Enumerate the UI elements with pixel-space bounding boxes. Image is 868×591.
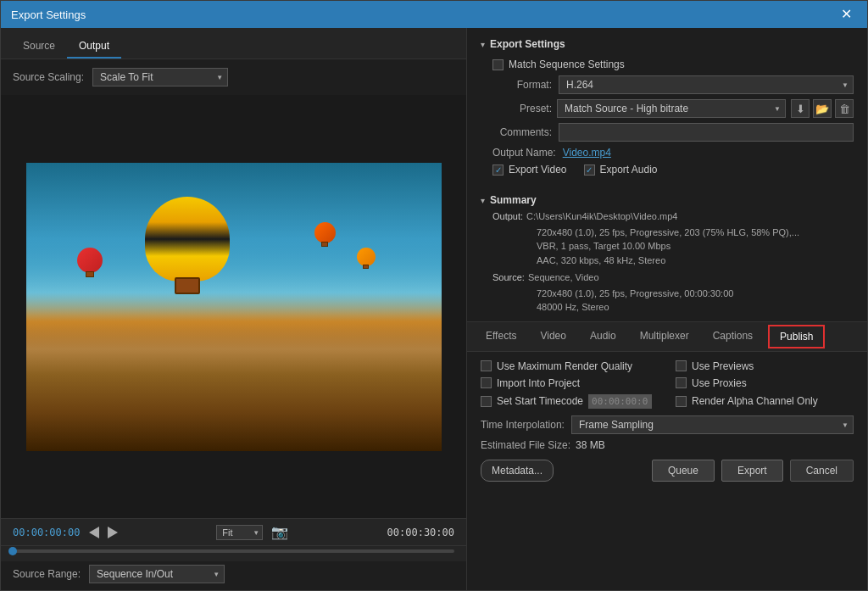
export-audio-label: Export Audio	[600, 164, 658, 176]
tab-audio[interactable]: Audio	[578, 323, 628, 350]
use-previews-wrapper[interactable]: Use Previews	[676, 360, 854, 372]
set-start-timecode-label: Set Start Timecode	[497, 395, 583, 407]
progress-track[interactable]	[13, 549, 454, 553]
balloon-body	[145, 197, 230, 282]
comments-row: Comments:	[481, 123, 854, 142]
preset-label: Preset:	[492, 103, 552, 114]
summary-toggle[interactable]: ▾ Summary	[481, 194, 854, 206]
balloon-small-1	[77, 248, 103, 278]
export-video-label: Export Video	[509, 164, 567, 176]
export-video-checkbox[interactable]	[492, 164, 504, 176]
end-timecode: 00:00:30:00	[387, 527, 454, 538]
preview-area	[1, 95, 466, 518]
save-preset-icon[interactable]: ⬇	[791, 99, 810, 118]
fit-select-wrapper: Fit 25% 50% 75% 100%	[216, 525, 263, 540]
file-size-label: Estimated File Size:	[481, 439, 570, 451]
tab-output[interactable]: Output	[67, 35, 121, 59]
cancel-button[interactable]: Cancel	[790, 460, 854, 482]
play-back-button[interactable]	[89, 527, 99, 538]
preset-select[interactable]: Match Source - High bitrate Match Source…	[557, 99, 786, 118]
tab-video[interactable]: Video	[528, 323, 577, 350]
output-name-row: Output Name: Video.mp4	[481, 147, 854, 159]
summary-source-label: Source:	[492, 270, 525, 285]
balloon-basket	[175, 277, 200, 294]
main-content: Source Output Source Scaling: Scale To F…	[1, 28, 867, 590]
summary-output-details3: AAC, 320 kbps, 48 kHz, Stereo	[492, 254, 854, 268]
export-audio-checkbox[interactable]	[584, 164, 595, 176]
left-panel: Source Output Source Scaling: Scale To F…	[1, 28, 467, 590]
play-forward-button[interactable]	[108, 527, 118, 538]
options-grid: Use Maximum Render Quality Use Previews …	[481, 360, 854, 409]
export-audio-wrapper[interactable]: Export Audio	[584, 164, 658, 176]
time-interpolation-row: Time Interpolation: Frame Sampling Frame…	[481, 415, 854, 434]
source-scaling-row: Source Scaling: Scale To Fit Scale To Fi…	[1, 59, 466, 95]
bottom-options: Use Maximum Render Quality Use Previews …	[467, 352, 867, 490]
set-start-timecode-checkbox[interactable]	[481, 396, 492, 407]
format-select-wrapper: H.264 H.265 MPEG4 QuickTime	[559, 75, 854, 94]
match-sequence-checkbox-wrapper[interactable]: Match Sequence Settings	[492, 59, 625, 70]
fit-select[interactable]: Fit 25% 50% 75% 100%	[216, 525, 263, 540]
import-preset-icon[interactable]: 📂	[813, 99, 832, 118]
summary-collapse-icon: ▾	[481, 196, 485, 205]
import-into-project-checkbox[interactable]	[481, 377, 492, 388]
balloon-small-3-body	[357, 248, 376, 266]
source-scaling-select[interactable]: Scale To Fit Scale To Fill Stretch To Fi…	[92, 68, 228, 86]
render-alpha-checkbox[interactable]	[676, 396, 687, 407]
format-row: Format: H.264 H.265 MPEG4 QuickTime	[481, 75, 854, 94]
output-name-link[interactable]: Video.mp4	[563, 147, 611, 159]
summary-title: Summary	[490, 194, 537, 206]
tab-multiplexer[interactable]: Multiplexer	[628, 323, 701, 350]
tab-publish[interactable]: Publish	[768, 325, 825, 348]
summary-source-details1: 720x480 (1.0), 25 fps, Progressive, 00:0…	[492, 287, 854, 301]
comments-input[interactable]	[559, 123, 854, 142]
tab-source[interactable]: Source	[11, 35, 67, 59]
max-render-quality-checkbox[interactable]	[481, 360, 492, 371]
start-timecode-input[interactable]	[588, 394, 652, 409]
source-range-select[interactable]: Sequence In/Out Work Area Entire Sequenc…	[89, 565, 225, 583]
preset-select-wrapper: Match Source - High bitrate Match Source…	[557, 99, 786, 118]
camera-icon[interactable]: 📷	[271, 524, 288, 540]
export-button[interactable]: Export	[721, 460, 783, 482]
import-into-project-label: Import Into Project	[497, 377, 580, 389]
summary-output-path: C:\Users\Kun4ik\Desktop\Video.mp4	[526, 209, 677, 224]
use-proxies-wrapper[interactable]: Use Proxies	[676, 377, 854, 389]
balloon-small-2-basket	[321, 242, 328, 247]
use-previews-checkbox[interactable]	[676, 360, 687, 371]
close-button[interactable]: ✕	[836, 6, 857, 23]
tab-effects[interactable]: Effects	[474, 323, 528, 350]
render-alpha-wrapper[interactable]: Render Alpha Channel Only	[676, 394, 854, 409]
summary-output-label: Output:	[492, 209, 523, 224]
time-interpolation-select[interactable]: Frame Sampling Frame Blending Optical Fl…	[571, 415, 854, 434]
balloon-small-1-body	[77, 248, 103, 273]
time-interpolation-label: Time Interpolation:	[481, 419, 565, 431]
export-settings-section: ▾ Export Settings Match Sequence Setting…	[467, 28, 867, 189]
output-name-label: Output Name:	[492, 147, 556, 159]
right-panel: ▾ Export Settings Match Sequence Setting…	[467, 28, 867, 590]
match-sequence-checkbox[interactable]	[492, 59, 504, 70]
summary-output-row: Output: C:\Users\Kun4ik\Desktop\Video.mp…	[492, 209, 854, 224]
left-tabs-row: Source Output	[1, 28, 466, 59]
set-start-timecode-row: Set Start Timecode	[481, 394, 659, 409]
set-start-timecode-wrapper[interactable]: Set Start Timecode	[481, 395, 583, 407]
import-into-project-wrapper[interactable]: Import Into Project	[481, 377, 659, 389]
export-video-wrapper[interactable]: Export Video	[492, 164, 567, 176]
tab-captions[interactable]: Captions	[701, 323, 765, 350]
use-proxies-checkbox[interactable]	[676, 377, 687, 388]
title-bar: Export Settings ✕	[1, 1, 867, 28]
dialog-title: Export Settings	[11, 8, 86, 21]
summary-source-value: Sequence, Video	[528, 270, 599, 285]
collapse-arrow-icon[interactable]: ▾	[481, 40, 485, 49]
source-range-label: Source Range:	[13, 568, 81, 580]
bottom-tabs-row: Effects Video Audio Multiplexer Captions…	[467, 321, 867, 352]
delete-preset-icon[interactable]: 🗑	[835, 99, 854, 118]
queue-button[interactable]: Queue	[652, 460, 715, 482]
progress-thumb[interactable]	[8, 547, 17, 555]
source-scaling-select-wrapper: Scale To Fit Scale To Fill Stretch To Fi…	[92, 68, 228, 86]
balloon-small-2	[314, 222, 336, 248]
action-buttons: Metadata... Queue Export Cancel	[481, 460, 854, 482]
export-settings-title: Export Settings	[490, 38, 565, 50]
max-render-quality-wrapper[interactable]: Use Maximum Render Quality	[481, 360, 659, 372]
format-select[interactable]: H.264 H.265 MPEG4 QuickTime	[559, 75, 854, 94]
metadata-button[interactable]: Metadata...	[481, 460, 554, 482]
summary-output-details2: VBR, 1 pass, Target 10.00 Mbps	[492, 239, 854, 254]
